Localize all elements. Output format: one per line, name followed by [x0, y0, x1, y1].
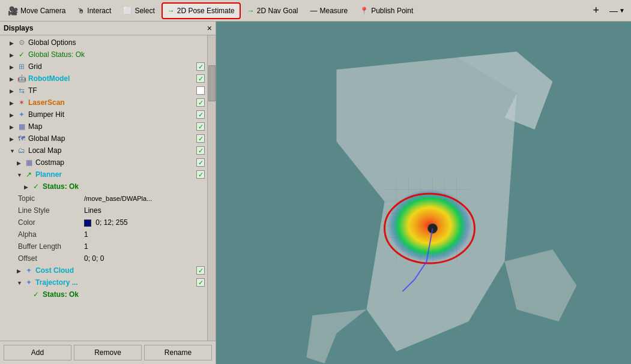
- checkbox-map[interactable]: [196, 122, 205, 131]
- laser-icon: ✶: [17, 98, 26, 107]
- planner-icon: ↗: [24, 170, 34, 179]
- checkbox-grid[interactable]: [196, 62, 205, 71]
- tree-item-map[interactable]: ▦ Map: [0, 121, 207, 133]
- label-global-options: Global Options: [28, 38, 205, 47]
- prop-topic[interactable]: Topic /move_base/DWAPla...: [0, 192, 207, 204]
- checkbox-laserscan[interactable]: [196, 98, 205, 107]
- add-button[interactable]: Add: [4, 345, 71, 360]
- pose-estimate-button[interactable]: → 2D Pose Estimate: [162, 2, 241, 19]
- cost-cloud-icon: ✦: [24, 266, 34, 275]
- checkbox-global-map[interactable]: [196, 134, 205, 143]
- prop-buffer-length[interactable]: Buffer Length 1: [0, 240, 207, 252]
- tree-item-trajectory-status[interactable]: ✓ Status: Ok: [0, 288, 207, 300]
- toolbar: 🎥 Move Camera 🖱 Interact ⬜ Select → 2D P…: [0, 0, 631, 22]
- label-bumper-hit: Bumper Hit: [28, 110, 196, 119]
- pose-estimate-icon: →: [168, 7, 175, 15]
- select-button[interactable]: ⬜ Select: [118, 2, 160, 19]
- tree-area[interactable]: ⚙ Global Options ✓ Global Status: Ok ⊞ G…: [0, 35, 207, 341]
- remove-button[interactable]: Remove: [74, 345, 142, 360]
- tree-item-local-map[interactable]: 🗂 Local Map: [0, 145, 207, 157]
- scrollbar-thumb[interactable]: [208, 65, 216, 101]
- tree-item-global-options[interactable]: ⚙ Global Options: [0, 37, 207, 49]
- minus-icon: —: [609, 6, 618, 16]
- move-camera-button[interactable]: 🎥 Move Camera: [2, 2, 71, 19]
- expander-planner[interactable]: [17, 172, 24, 178]
- select-icon: ⬜: [123, 7, 132, 15]
- label-trajectory-status: Status: Ok: [43, 290, 205, 299]
- prop-offset[interactable]: Offset 0; 0; 0: [0, 252, 207, 264]
- select-label: Select: [134, 7, 154, 15]
- checkbox-bumper-hit[interactable]: [196, 110, 205, 119]
- scrollbar-track[interactable]: [207, 35, 216, 341]
- expander-tf[interactable]: [10, 88, 17, 94]
- rename-button[interactable]: Rename: [144, 345, 212, 360]
- tree-item-grid[interactable]: ⊞ Grid: [0, 61, 207, 73]
- tree-item-planner-status[interactable]: ✓ Status: Ok: [0, 181, 207, 192]
- tree-item-robotmodel[interactable]: 🤖 RobotModel: [0, 73, 207, 85]
- expander-cost-cloud[interactable]: [17, 267, 24, 274]
- checkbox-planner[interactable]: [196, 170, 205, 179]
- expander-global-status[interactable]: [10, 52, 17, 58]
- prop-label-topic: Topic: [18, 194, 84, 203]
- checkbox-cost-cloud[interactable]: [196, 266, 205, 275]
- interact-button[interactable]: 🖱 Interact: [72, 2, 116, 19]
- checkbox-trajectory[interactable]: [196, 278, 205, 287]
- expander-global-map[interactable]: [10, 136, 17, 142]
- map-icon: ▦: [17, 122, 26, 131]
- nav-goal-button[interactable]: → 2D Nav Goal: [242, 2, 304, 19]
- prop-value-topic: /move_base/DWAPla...: [84, 195, 205, 202]
- pose-estimate-label: 2D Pose Estimate: [177, 7, 235, 15]
- checkbox-tf[interactable]: [196, 86, 205, 95]
- local-map-icon: 🗂: [17, 146, 26, 155]
- label-cost-cloud: Cost Cloud: [35, 266, 196, 275]
- costmap-icon: ▦: [24, 158, 34, 167]
- trajectory-icon: ✦: [24, 278, 34, 287]
- tree-item-laserscan[interactable]: ✶ LaserScan: [0, 97, 207, 109]
- expander-laserscan[interactable]: [10, 100, 17, 106]
- label-trajectory: Trajectory ...: [35, 278, 196, 287]
- expander-costmap[interactable]: [17, 160, 24, 166]
- left-panel: Displays × ⚙ Global Options ✓ Global Sta…: [0, 22, 216, 364]
- expander-bumper-hit[interactable]: [10, 112, 17, 118]
- minus-group[interactable]: — ▼: [606, 4, 629, 17]
- expander-grid[interactable]: [10, 64, 17, 70]
- add-toolbar-button[interactable]: +: [588, 2, 605, 19]
- prop-line-style[interactable]: Line Style Lines: [0, 204, 207, 216]
- tree-item-cost-cloud[interactable]: ✦ Cost Cloud: [0, 264, 207, 276]
- status-icon: ✓: [17, 50, 26, 59]
- tree-item-costmap[interactable]: ▦ Costmap: [0, 157, 207, 169]
- expander-trajectory[interactable]: [17, 279, 24, 286]
- label-tf: TF: [28, 86, 196, 95]
- expander-map[interactable]: [10, 124, 17, 130]
- tree-item-trajectory[interactable]: ✦ Trajectory ...: [0, 276, 207, 288]
- publish-point-button[interactable]: 📍 Publish Point: [354, 2, 418, 19]
- displays-close-button[interactable]: ×: [207, 23, 212, 33]
- checkbox-robotmodel[interactable]: [196, 74, 205, 83]
- prop-value-color: 0; 12; 255: [84, 218, 205, 227]
- tree-item-global-map[interactable]: 🗺 Global Map: [0, 133, 207, 145]
- prop-value-buffer-length: 1: [84, 242, 205, 251]
- prop-label-buffer-length: Buffer Length: [18, 242, 84, 251]
- expander-planner-status[interactable]: [24, 183, 31, 190]
- measure-button[interactable]: — Measure: [305, 2, 354, 19]
- checkbox-costmap[interactable]: [196, 158, 205, 167]
- tree-item-planner[interactable]: ↗ Planner: [0, 169, 207, 181]
- expander-local-map[interactable]: [10, 148, 17, 154]
- gear-icon: ⚙: [17, 38, 26, 47]
- interact-icon: 🖱: [77, 7, 85, 15]
- tree-item-bumper-hit[interactable]: ✦ Bumper Hit: [0, 109, 207, 121]
- expander-robotmodel[interactable]: [10, 76, 17, 82]
- prop-alpha[interactable]: Alpha 1: [0, 228, 207, 240]
- label-grid: Grid: [28, 62, 196, 71]
- trajectory-status-icon: ✓: [31, 290, 41, 299]
- expander-global-options[interactable]: [10, 40, 17, 46]
- prop-color[interactable]: Color 0; 12; 255: [0, 216, 207, 228]
- label-planner-status: Status: Ok: [43, 182, 205, 191]
- prop-label-offset: Offset: [18, 254, 84, 263]
- label-global-status: Global Status: Ok: [28, 50, 205, 59]
- tree-item-global-status[interactable]: ✓ Global Status: Ok: [0, 49, 207, 61]
- tree-item-tf[interactable]: ⇆ TF: [0, 85, 207, 97]
- status-ok-icon: ✓: [31, 182, 41, 191]
- viewport[interactable]: [216, 22, 631, 364]
- checkbox-local-map[interactable]: [196, 146, 205, 155]
